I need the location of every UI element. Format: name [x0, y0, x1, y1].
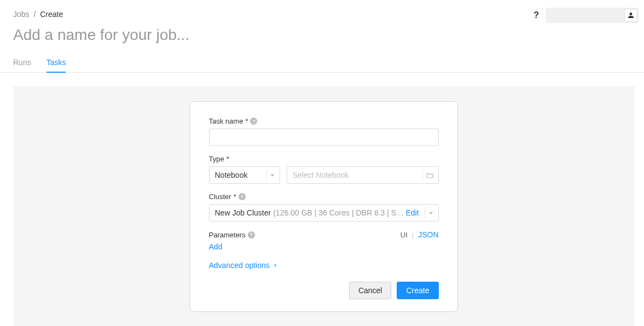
tab-tasks[interactable]: Tasks: [47, 54, 66, 72]
chevron-down-icon: [270, 172, 275, 178]
folder-open-icon: [426, 172, 434, 178]
info-icon[interactable]: ?: [250, 118, 257, 125]
notebook-select[interactable]: Select Notebook: [287, 166, 439, 184]
cluster-detail: (126.00 GB | 36 Cores | DBR 8.3 | Sp…: [273, 208, 405, 217]
chevron-down-icon: [428, 210, 434, 216]
breadcrumb-root[interactable]: Jobs: [13, 10, 30, 19]
advanced-options-toggle[interactable]: Advanced options: [209, 261, 439, 270]
tab-runs[interactable]: Runs: [13, 54, 31, 72]
cancel-button[interactable]: Cancel: [349, 282, 392, 299]
task-card: Task name * ? Type * Notebook: [190, 101, 458, 312]
workspace-panel: Task name * ? Type * Notebook: [13, 86, 634, 326]
breadcrumb-separator: /: [33, 10, 36, 19]
user-avatar-icon: [624, 9, 637, 22]
info-icon[interactable]: ?: [248, 231, 255, 238]
cluster-label: Cluster * ?: [209, 193, 439, 201]
job-name-input[interactable]: [13, 19, 631, 49]
type-select[interactable]: Notebook: [209, 166, 280, 184]
cluster-name: New Job Cluster: [215, 208, 271, 217]
parameters-add-link[interactable]: Add: [209, 242, 223, 251]
task-name-label: Task name * ?: [209, 117, 439, 125]
cluster-edit-link[interactable]: Edit: [405, 208, 419, 217]
info-icon[interactable]: ?: [239, 193, 246, 200]
help-icon[interactable]: ?: [533, 10, 539, 20]
task-name-input[interactable]: [209, 129, 439, 146]
params-mode-json[interactable]: JSON: [418, 230, 438, 239]
notebook-placeholder: Select Notebook: [293, 171, 349, 179]
breadcrumb-current: Create: [40, 10, 63, 19]
create-button[interactable]: Create: [397, 282, 438, 299]
type-selected-value: Notebook: [215, 171, 248, 179]
user-menu[interactable]: [546, 8, 639, 23]
type-label: Type *: [209, 155, 439, 163]
params-mode-ui[interactable]: UI: [401, 231, 408, 239]
cluster-select[interactable]: New Job Cluster (126.00 GB | 36 Cores | …: [209, 204, 439, 222]
params-mode-separator: |: [412, 231, 414, 239]
chevron-right-icon: [273, 262, 277, 269]
parameters-label: Parameters ?: [209, 231, 255, 239]
